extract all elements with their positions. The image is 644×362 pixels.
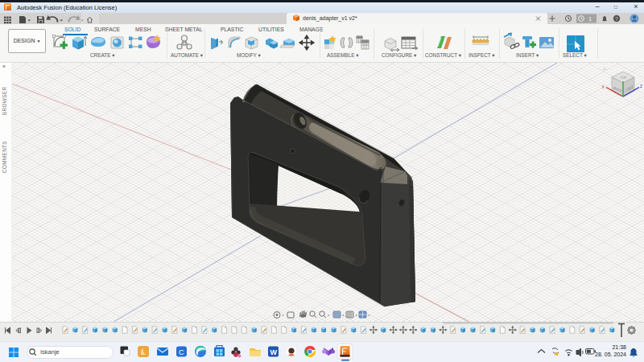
svg-text:Z: Z bbox=[640, 84, 642, 88]
svg-text:?: ? bbox=[615, 16, 618, 22]
svg-text:⌂: ⌂ bbox=[603, 66, 606, 71]
svg-text:C: C bbox=[179, 348, 184, 356]
svg-text:1: 1 bbox=[588, 15, 592, 23]
svg-text:W: W bbox=[270, 348, 278, 356]
svg-text:X: X bbox=[602, 85, 605, 89]
svg-text:TOP: TOP bbox=[621, 76, 627, 80]
